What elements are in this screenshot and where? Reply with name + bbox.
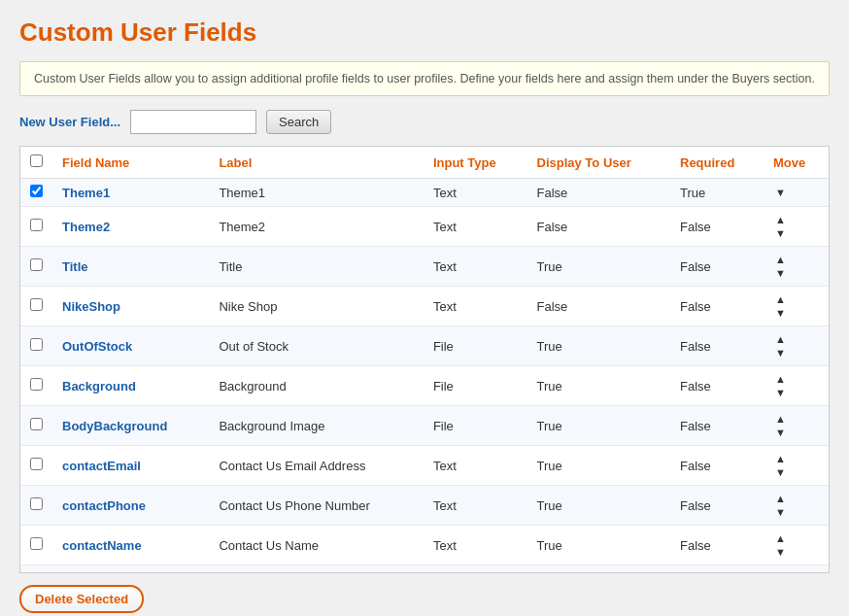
field-required: False: [670, 565, 764, 574]
row-checkbox[interactable]: [30, 258, 43, 271]
col-checkbox: [20, 147, 52, 179]
col-display-to-user: Display To User: [527, 147, 671, 179]
field-move: ▲▼: [764, 446, 829, 486]
page-wrapper: Custom User Fields Custom User Fields al…: [0, 0, 849, 616]
move-up-button[interactable]: ▲: [773, 412, 788, 426]
col-label: Label: [209, 147, 424, 179]
search-button[interactable]: Search: [266, 110, 331, 134]
field-label: Background: [209, 366, 424, 406]
custom-fields-table: Field Name Label Input Type Display To U…: [20, 147, 829, 573]
field-label: Nike Shop: [209, 287, 424, 326]
table-row: BodyBackgroundBackground ImageFileTrueFa…: [20, 406, 829, 446]
field-input-type: Text: [424, 179, 527, 207]
table-row: BackgroundBackgroundFileTrueFalse▲▼: [20, 366, 829, 406]
move-down-button[interactable]: ▼: [773, 505, 788, 519]
field-name-link[interactable]: Theme1: [62, 186, 110, 200]
field-input-type: Text: [424, 526, 527, 565]
move-up-button[interactable]: ▲: [773, 571, 788, 573]
field-move: ▲▼: [764, 287, 829, 326]
field-move: ▲▼: [764, 526, 829, 565]
field-input-type: Text: [424, 247, 527, 287]
field-name-link[interactable]: Background: [62, 379, 136, 394]
row-checkbox[interactable]: [30, 418, 43, 430]
move-up-button[interactable]: ▲: [773, 452, 788, 465]
field-label: Background Image: [209, 406, 424, 446]
move-up-button[interactable]: ▲: [773, 292, 788, 306]
field-move: ▲▼: [764, 486, 829, 526]
table-row: contactEmailContact Us Email AddressText…: [20, 446, 829, 486]
table-row: Theme2Theme2TextFalseFalse▲▼: [20, 207, 829, 247]
table-row: contactHeaderContact Us HeaderTextTrueFa…: [20, 565, 829, 574]
move-down-button[interactable]: ▼: [773, 545, 788, 559]
field-name-link[interactable]: contactEmail: [62, 459, 141, 473]
delete-selected-button[interactable]: Delete Selected: [19, 585, 144, 613]
field-display-to-user: False: [527, 287, 671, 326]
field-display-to-user: True: [527, 247, 671, 287]
field-name-link[interactable]: Theme2: [62, 220, 110, 234]
move-down-button[interactable]: ▼: [773, 386, 788, 399]
field-name-link[interactable]: BodyBackground: [62, 419, 167, 433]
field-label: Title: [209, 247, 424, 287]
move-down-button[interactable]: ▼: [773, 226, 788, 240]
field-name-link[interactable]: contactName: [62, 538, 142, 553]
field-required: True: [670, 179, 764, 207]
field-move: ▲▼: [764, 565, 829, 574]
field-required: False: [670, 326, 764, 366]
table-row: contactPhoneContact Us Phone NumberTextT…: [20, 486, 829, 526]
field-label: Contact Us Email Address: [209, 446, 424, 486]
field-name-link[interactable]: OutOfStock: [62, 339, 132, 354]
new-user-field-link[interactable]: New User Field...: [19, 115, 120, 129]
field-input-type: Text: [424, 287, 527, 326]
field-input-type: File: [424, 366, 527, 406]
field-required: False: [670, 287, 764, 326]
row-checkbox[interactable]: [30, 497, 43, 510]
row-checkbox[interactable]: [30, 219, 43, 231]
field-display-to-user: False: [527, 179, 671, 207]
field-display-to-user: True: [527, 406, 671, 446]
move-down-button[interactable]: ▼: [773, 346, 788, 359]
field-required: False: [670, 406, 764, 446]
field-display-to-user: True: [527, 446, 671, 486]
field-required: False: [670, 207, 764, 247]
search-input[interactable]: [130, 110, 256, 134]
field-display-to-user: True: [527, 486, 671, 526]
row-checkbox[interactable]: [30, 537, 43, 550]
field-name-link[interactable]: NikeShop: [62, 299, 120, 314]
field-move: ▲▼: [764, 406, 829, 446]
row-checkbox[interactable]: [30, 338, 43, 351]
field-input-type: Text: [424, 486, 527, 526]
table-header-row: Field Name Label Input Type Display To U…: [20, 147, 829, 179]
move-down-button[interactable]: ▼: [773, 465, 788, 479]
field-input-type: Text: [424, 565, 527, 574]
field-move: ▲▼: [764, 247, 829, 287]
move-up-button[interactable]: ▲: [773, 372, 788, 386]
move-down-button[interactable]: ▼: [773, 186, 788, 199]
row-checkbox[interactable]: [30, 185, 43, 197]
move-up-button[interactable]: ▲: [773, 332, 788, 346]
field-input-type: File: [424, 406, 527, 446]
move-up-button[interactable]: ▲: [773, 492, 788, 505]
field-label: Contact Us Name: [209, 526, 424, 565]
move-down-button[interactable]: ▼: [773, 306, 788, 320]
move-down-button[interactable]: ▼: [773, 426, 788, 439]
table-row: TitleTitleTextTrueFalse▲▼: [20, 247, 829, 287]
field-label: Contact Us Phone Number: [209, 486, 424, 526]
move-up-button[interactable]: ▲: [773, 253, 788, 266]
row-checkbox[interactable]: [30, 378, 43, 391]
table-row: Theme1Theme1TextFalseTrue▼: [20, 179, 829, 207]
move-up-button[interactable]: ▲: [773, 213, 788, 226]
field-required: False: [670, 486, 764, 526]
col-move: Move: [764, 147, 829, 179]
field-name-link[interactable]: contactPhone: [62, 498, 146, 513]
field-name-link[interactable]: Title: [62, 259, 88, 274]
row-checkbox[interactable]: [30, 298, 43, 311]
field-required: False: [670, 247, 764, 287]
field-display-to-user: True: [527, 565, 671, 574]
field-required: False: [670, 446, 764, 486]
move-down-button[interactable]: ▼: [773, 266, 788, 280]
select-all-checkbox[interactable]: [30, 154, 43, 167]
info-box: Custom User Fields allow you to assign a…: [19, 61, 830, 96]
field-input-type: Text: [424, 207, 527, 247]
row-checkbox[interactable]: [30, 458, 43, 470]
move-up-button[interactable]: ▲: [773, 531, 788, 545]
